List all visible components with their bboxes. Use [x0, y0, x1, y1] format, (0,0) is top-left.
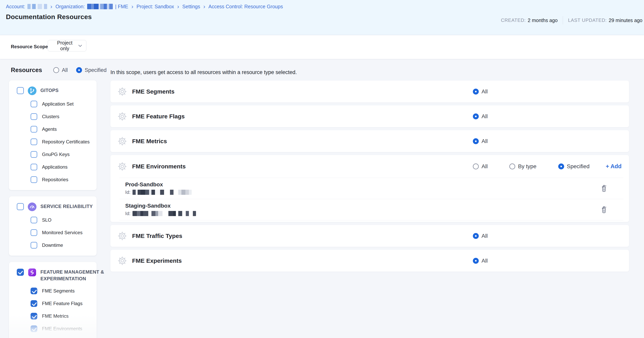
radio-option[interactable]: All: [473, 113, 488, 120]
environment-name: Staging-Sandbox: [125, 203, 196, 209]
resource-type-item: FME Metrics: [30, 313, 93, 320]
radio-all[interactable]: [473, 233, 479, 239]
resources-header: Resources AllSpecified: [11, 66, 107, 74]
radio-all[interactable]: [473, 113, 479, 119]
item-checkbox[interactable]: [30, 151, 37, 158]
resource-group-header: FEATURE MANAGEMENT & EXPERIMENTATION: [17, 269, 93, 282]
radio-option[interactable]: All: [473, 233, 488, 239]
redaction-block: [94, 4, 98, 9]
radio-label: All: [482, 163, 488, 170]
radio-all[interactable]: [473, 258, 479, 264]
meta-info: CREATED: 2 months ago LAST UPDATED: 29 m…: [501, 16, 642, 24]
redaction-block: [182, 211, 186, 216]
resource-card-header: FME Experiments: [110, 250, 629, 272]
item-checkbox[interactable]: [30, 313, 37, 320]
item-checkbox[interactable]: [30, 300, 37, 307]
redacted-account: [28, 4, 47, 9]
breadcrumb-link[interactable]: | FME: [115, 4, 128, 9]
resource-type-label: Applications: [42, 164, 68, 170]
add-button[interactable]: + Add: [606, 155, 622, 178]
breadcrumb-separator-icon: ›: [177, 3, 179, 9]
redaction-block: [158, 211, 162, 216]
resource-card-header: FME Feature Flags: [110, 105, 629, 127]
resource-group-name: GITOPS: [40, 87, 58, 94]
trash-icon[interactable]: [600, 184, 608, 193]
item-checkbox[interactable]: [30, 138, 37, 145]
radio-specified[interactable]: [76, 67, 82, 73]
resource-type-label: Application Set: [42, 101, 74, 107]
page-title: Documentation Resources: [6, 13, 92, 21]
group-checkbox[interactable]: [17, 269, 24, 276]
breadcrumb-link[interactable]: Access Control: Resource Groups: [208, 4, 283, 9]
resource-card-title: FME Metrics: [132, 138, 167, 145]
resource-type-label: Monitored Services: [42, 230, 82, 235]
created-label: CREATED:: [501, 17, 526, 23]
radio-option[interactable]: Specified: [76, 67, 107, 73]
resource-card-header: FME Traffic Types: [110, 225, 629, 247]
radio-option[interactable]: All: [473, 138, 488, 144]
group-checkbox[interactable]: [17, 87, 24, 94]
breadcrumb: Account:›Organization:| FME›Project: San…: [6, 3, 283, 10]
item-checkbox[interactable]: [30, 326, 37, 332]
breadcrumb-link[interactable]: Project: Sandbox: [136, 4, 174, 9]
radio-option[interactable]: All: [473, 88, 488, 95]
access-options: All: [473, 80, 488, 102]
access-options: All: [473, 105, 488, 127]
radio-all[interactable]: [473, 138, 479, 144]
radio-option[interactable]: All: [53, 67, 68, 73]
item-checkbox[interactable]: [30, 229, 37, 236]
resource-type-label: Clusters: [42, 114, 59, 119]
redaction-block: [189, 190, 192, 195]
resource-scope-select[interactable]: Project only: [48, 40, 86, 51]
environment-list: Prod-SandboxId:Staging-SandboxId:: [110, 178, 629, 222]
radio-option[interactable]: By type: [509, 163, 536, 170]
resource-card: FME MetricsAll: [110, 130, 629, 152]
gitops-icon: [28, 86, 36, 95]
redaction-block: [178, 190, 182, 195]
radio-option[interactable]: All: [473, 258, 488, 264]
resource-cards: FME SegmentsAllFME Feature FlagsAllFME M…: [110, 80, 629, 272]
resource-group-items: FME SegmentsFME Feature FlagsFME Metrics…: [17, 282, 93, 338]
item-checkbox[interactable]: [30, 101, 37, 107]
redaction-block: [141, 190, 145, 195]
resource-type-label: FME Environments: [42, 326, 82, 332]
environment-row: Staging-SandboxId:: [119, 199, 624, 220]
item-checkbox[interactable]: [30, 288, 37, 294]
item-checkbox[interactable]: [30, 176, 37, 183]
radio-all[interactable]: [473, 163, 479, 169]
redaction-block: [164, 190, 170, 195]
breadcrumb-link[interactable]: Account:: [6, 4, 25, 9]
item-checkbox[interactable]: [30, 217, 37, 223]
radio-all[interactable]: [53, 67, 59, 73]
item-checkbox[interactable]: [30, 113, 37, 120]
resource-group-card: FEATURE MANAGEMENT & EXPERIMENTATIONFME …: [9, 262, 96, 338]
access-options: All: [473, 130, 488, 152]
access-options: AllBy typeSpecified: [473, 155, 590, 178]
redaction-block: [162, 211, 168, 216]
item-checkbox[interactable]: [30, 164, 37, 170]
redaction-block: [104, 4, 107, 9]
item-checkbox[interactable]: [30, 242, 37, 249]
resource-type-item: Clusters: [30, 113, 93, 120]
radio-label: All: [482, 258, 488, 264]
radio-all[interactable]: [473, 89, 479, 94]
resource-type-item: Application Set: [30, 101, 93, 107]
radio-option[interactable]: All: [473, 163, 488, 170]
trash-icon[interactable]: [600, 205, 608, 214]
item-checkbox[interactable]: [30, 126, 37, 133]
gear-icon: [118, 256, 127, 265]
breadcrumb-link[interactable]: Settings: [182, 4, 200, 9]
id-label: Id:: [125, 189, 130, 195]
resource-type-item: Repository Certificates: [30, 138, 93, 145]
breadcrumb-link[interactable]: Organization:: [56, 4, 85, 9]
group-checkbox[interactable]: [17, 203, 24, 210]
resource-scope-label: Resource Scope: [11, 44, 48, 49]
radio-by-type[interactable]: [509, 163, 515, 169]
resource-type-label: Downtime: [42, 243, 63, 248]
resource-type-item: SLO: [30, 217, 93, 223]
resource-type-item: GnuPG Keys: [30, 151, 93, 158]
radio-label: All: [482, 233, 488, 239]
resource-group-header: GITOPS: [17, 87, 93, 95]
radio-specified[interactable]: [558, 163, 564, 169]
radio-option[interactable]: Specified: [558, 163, 590, 170]
